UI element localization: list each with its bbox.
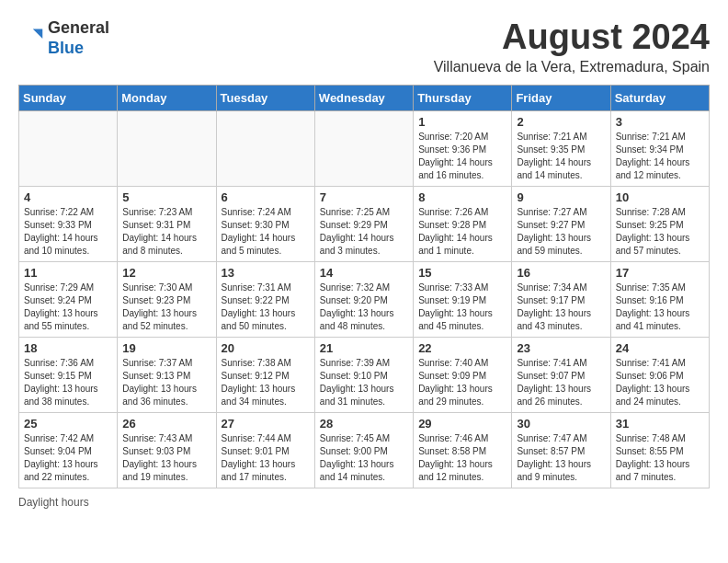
day-number: 23: [517, 341, 605, 355]
calendar-cell: 18Sunrise: 7:36 AM Sunset: 9:15 PM Dayli…: [19, 337, 118, 412]
day-info: Sunrise: 7:31 AM Sunset: 9:22 PM Dayligh…: [222, 282, 310, 333]
page-header: General Blue August 2024 Villanueva de l…: [18, 18, 710, 75]
day-info: Sunrise: 7:21 AM Sunset: 9:34 PM Dayligh…: [616, 131, 704, 182]
footer-note: Daylight hours: [18, 496, 710, 509]
calendar-cell: 22Sunrise: 7:40 AM Sunset: 9:09 PM Dayli…: [414, 337, 512, 412]
day-info: Sunrise: 7:41 AM Sunset: 9:06 PM Dayligh…: [616, 357, 704, 408]
logo-icon: [18, 26, 44, 52]
day-number: 31: [616, 417, 704, 431]
calendar-cell: [118, 110, 216, 186]
day-info: Sunrise: 7:26 AM Sunset: 9:28 PM Dayligh…: [418, 206, 506, 258]
day-info: Sunrise: 7:22 AM Sunset: 9:33 PM Dayligh…: [24, 206, 112, 258]
day-number: 15: [418, 266, 506, 280]
calendar-cell: 24Sunrise: 7:41 AM Sunset: 9:06 PM Dayli…: [610, 337, 709, 412]
day-number: 5: [122, 190, 210, 204]
day-info: Sunrise: 7:48 AM Sunset: 8:55 PM Dayligh…: [616, 432, 704, 484]
logo-blue: Blue: [48, 39, 84, 57]
day-info: Sunrise: 7:25 AM Sunset: 9:29 PM Dayligh…: [320, 206, 408, 258]
day-info: Sunrise: 7:44 AM Sunset: 9:01 PM Dayligh…: [222, 432, 310, 484]
calendar-cell: 29Sunrise: 7:46 AM Sunset: 8:58 PM Dayli…: [414, 412, 512, 488]
day-number: 17: [616, 266, 704, 280]
month-title: August 2024: [434, 18, 710, 57]
day-info: Sunrise: 7:34 AM Sunset: 9:17 PM Dayligh…: [517, 282, 605, 333]
calendar-cell: 26Sunrise: 7:43 AM Sunset: 9:03 PM Dayli…: [118, 412, 216, 488]
calendar-week-row: 25Sunrise: 7:42 AM Sunset: 9:04 PM Dayli…: [19, 412, 710, 488]
calendar-cell: 2Sunrise: 7:21 AM Sunset: 9:35 PM Daylig…: [512, 110, 610, 186]
day-info: Sunrise: 7:45 AM Sunset: 9:00 PM Dayligh…: [320, 432, 408, 484]
calendar-cell: 14Sunrise: 7:32 AM Sunset: 9:20 PM Dayli…: [314, 261, 413, 337]
calendar-day-header: Thursday: [414, 85, 512, 110]
day-number: 2: [517, 115, 605, 129]
day-number: 4: [24, 190, 112, 204]
calendar-header-row: SundayMondayTuesdayWednesdayThursdayFrid…: [19, 85, 710, 110]
calendar-table: SundayMondayTuesdayWednesdayThursdayFrid…: [18, 85, 710, 488]
day-number: 26: [122, 417, 210, 431]
day-info: Sunrise: 7:46 AM Sunset: 8:58 PM Dayligh…: [418, 432, 506, 484]
day-number: 28: [320, 417, 408, 431]
day-number: 14: [320, 266, 408, 280]
day-info: Sunrise: 7:42 AM Sunset: 9:04 PM Dayligh…: [24, 432, 112, 484]
day-info: Sunrise: 7:21 AM Sunset: 9:35 PM Dayligh…: [517, 131, 605, 182]
day-number: 6: [222, 190, 310, 204]
day-info: Sunrise: 7:38 AM Sunset: 9:12 PM Dayligh…: [222, 357, 310, 408]
calendar-cell: 11Sunrise: 7:29 AM Sunset: 9:24 PM Dayli…: [19, 261, 118, 337]
day-number: 1: [418, 115, 506, 129]
calendar-cell: 3Sunrise: 7:21 AM Sunset: 9:34 PM Daylig…: [610, 110, 709, 186]
day-info: Sunrise: 7:29 AM Sunset: 9:24 PM Dayligh…: [24, 282, 112, 333]
day-info: Sunrise: 7:37 AM Sunset: 9:13 PM Dayligh…: [122, 357, 210, 408]
calendar-cell: 1Sunrise: 7:20 AM Sunset: 9:36 PM Daylig…: [414, 110, 512, 186]
day-info: Sunrise: 7:39 AM Sunset: 9:10 PM Dayligh…: [320, 357, 408, 408]
calendar-cell: 16Sunrise: 7:34 AM Sunset: 9:17 PM Dayli…: [512, 261, 610, 337]
calendar-cell: [314, 110, 413, 186]
calendar-cell: 6Sunrise: 7:24 AM Sunset: 9:30 PM Daylig…: [216, 186, 314, 261]
day-info: Sunrise: 7:36 AM Sunset: 9:15 PM Dayligh…: [24, 357, 112, 408]
calendar-day-header: Monday: [118, 85, 216, 110]
logo: General Blue: [18, 18, 109, 58]
day-info: Sunrise: 7:23 AM Sunset: 9:31 PM Dayligh…: [122, 206, 210, 258]
day-number: 19: [122, 341, 210, 355]
day-info: Sunrise: 7:32 AM Sunset: 9:20 PM Dayligh…: [320, 282, 408, 333]
day-info: Sunrise: 7:33 AM Sunset: 9:19 PM Dayligh…: [418, 282, 506, 333]
day-number: 29: [418, 417, 506, 431]
logo-text: General Blue: [48, 18, 109, 58]
day-info: Sunrise: 7:47 AM Sunset: 8:57 PM Dayligh…: [517, 432, 605, 484]
calendar-day-header: Tuesday: [216, 85, 314, 110]
calendar-cell: 8Sunrise: 7:26 AM Sunset: 9:28 PM Daylig…: [414, 186, 512, 261]
calendar-day-header: Friday: [512, 85, 610, 110]
day-number: 8: [418, 190, 506, 204]
calendar-week-row: 11Sunrise: 7:29 AM Sunset: 9:24 PM Dayli…: [19, 261, 710, 337]
calendar-cell: 13Sunrise: 7:31 AM Sunset: 9:22 PM Dayli…: [216, 261, 314, 337]
day-number: 22: [418, 341, 506, 355]
calendar-cell: 19Sunrise: 7:37 AM Sunset: 9:13 PM Dayli…: [118, 337, 216, 412]
day-number: 25: [24, 417, 112, 431]
day-number: 30: [517, 417, 605, 431]
day-number: 27: [222, 417, 310, 431]
calendar-day-header: Wednesday: [314, 85, 413, 110]
day-number: 9: [517, 190, 605, 204]
calendar-cell: 20Sunrise: 7:38 AM Sunset: 9:12 PM Dayli…: [216, 337, 314, 412]
calendar-cell: 28Sunrise: 7:45 AM Sunset: 9:00 PM Dayli…: [314, 412, 413, 488]
day-number: 7: [320, 190, 408, 204]
daylight-label: Daylight hours: [18, 496, 89, 509]
day-number: 24: [616, 341, 704, 355]
day-info: Sunrise: 7:20 AM Sunset: 9:36 PM Dayligh…: [418, 131, 506, 182]
calendar-cell: 25Sunrise: 7:42 AM Sunset: 9:04 PM Dayli…: [19, 412, 118, 488]
calendar-week-row: 18Sunrise: 7:36 AM Sunset: 9:15 PM Dayli…: [19, 337, 710, 412]
calendar-week-row: 4Sunrise: 7:22 AM Sunset: 9:33 PM Daylig…: [19, 186, 710, 261]
calendar-cell: 31Sunrise: 7:48 AM Sunset: 8:55 PM Dayli…: [610, 412, 709, 488]
day-info: Sunrise: 7:24 AM Sunset: 9:30 PM Dayligh…: [222, 206, 310, 258]
calendar-cell: 7Sunrise: 7:25 AM Sunset: 9:29 PM Daylig…: [314, 186, 413, 261]
calendar-cell: 12Sunrise: 7:30 AM Sunset: 9:23 PM Dayli…: [118, 261, 216, 337]
calendar-cell: 10Sunrise: 7:28 AM Sunset: 9:25 PM Dayli…: [610, 186, 709, 261]
day-number: 18: [24, 341, 112, 355]
day-info: Sunrise: 7:40 AM Sunset: 9:09 PM Dayligh…: [418, 357, 506, 408]
logo-general: General: [48, 18, 109, 37]
svg-marker-0: [33, 29, 43, 39]
day-number: 11: [24, 266, 112, 280]
calendar-cell: 9Sunrise: 7:27 AM Sunset: 9:27 PM Daylig…: [512, 186, 610, 261]
day-info: Sunrise: 7:30 AM Sunset: 9:23 PM Dayligh…: [122, 282, 210, 333]
day-info: Sunrise: 7:35 AM Sunset: 9:16 PM Dayligh…: [616, 282, 704, 333]
day-number: 12: [122, 266, 210, 280]
day-number: 21: [320, 341, 408, 355]
day-number: 13: [222, 266, 310, 280]
